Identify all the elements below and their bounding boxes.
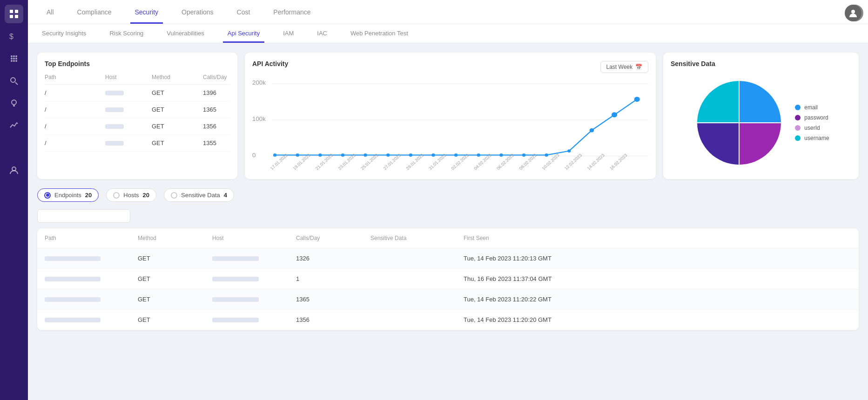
chart-icon[interactable] (5, 116, 23, 135)
subtab-risk-scoring[interactable]: Risk Scoring (105, 24, 148, 43)
svg-rect-3 (15, 15, 18, 18)
svg-point-39 (567, 149, 571, 153)
svg-text:14.02.2023: 14.02.2023 (586, 153, 606, 171)
host-bar-2 (105, 107, 124, 112)
svg-rect-2 (10, 15, 13, 18)
svg-rect-17 (13, 105, 15, 107)
row1-path-bar (45, 256, 101, 261)
endpoint-row-3[interactable]: / GET 1356 (45, 118, 230, 135)
table-row-2[interactable]: GET 1 Thu, 16 Feb 2023 11:37:04 GMT (37, 269, 859, 289)
user-settings-icon[interactable] (5, 161, 23, 180)
svg-point-27 (296, 153, 299, 157)
search-icon[interactable] (5, 72, 23, 90)
tab-security[interactable]: Security (130, 0, 163, 24)
ep-method-3: GET (152, 123, 203, 130)
svg-point-42 (634, 97, 640, 102)
filter-sensitive[interactable]: Sensitive Data 4 (164, 188, 234, 202)
svg-text:04.02.2023: 04.02.2023 (473, 153, 492, 171)
svg-text:0: 0 (252, 152, 256, 158)
api-activity-header: API Activity Last Week 📅 (252, 60, 648, 74)
ep-path-3: / (45, 123, 105, 130)
svg-point-14 (11, 78, 15, 82)
chart-svg: 200k 100k 0 (252, 79, 648, 172)
tab-performance[interactable]: Performance (269, 0, 315, 24)
last-week-label: Last Week (606, 64, 632, 70)
tab-compliance[interactable]: Compliance (73, 0, 116, 24)
pie-chart (693, 76, 786, 169)
dt-col-host: Host (212, 235, 296, 241)
endpoint-row-2[interactable]: / GET 1365 (45, 101, 230, 118)
tab-operations[interactable]: Operations (177, 0, 218, 24)
row2-host-bar (212, 277, 259, 281)
svg-point-13 (15, 60, 17, 62)
dt-col-method: Method (138, 235, 212, 241)
host-bar-4 (105, 141, 124, 146)
svg-text:200k: 200k (252, 80, 266, 86)
legend-userid: userId (795, 125, 829, 131)
legend-password: password (795, 114, 829, 121)
tab-cost[interactable]: Cost (232, 0, 255, 24)
subtab-vulnerabilities[interactable]: Vulnerabilities (162, 24, 209, 43)
svg-text:10.02.2023: 10.02.2023 (541, 153, 560, 171)
dashboard-icon[interactable] (5, 5, 23, 23)
subtab-security-insights[interactable]: Security Insights (37, 24, 91, 43)
tab-all[interactable]: All (42, 0, 59, 24)
ep-method-4: GET (152, 140, 203, 147)
endpoint-row-4[interactable]: / GET 1355 (45, 135, 230, 152)
endpoint-row-1[interactable]: / GET 1396 (45, 85, 230, 101)
subtab-iam[interactable]: IAM (278, 24, 298, 43)
col-method: Method (152, 74, 203, 80)
svg-rect-1 (15, 10, 18, 13)
subtab-web-pen-test[interactable]: Web Penetration Test (346, 24, 413, 43)
api-activity-chart: 200k 100k 0 (252, 79, 648, 172)
insights-icon[interactable] (5, 94, 23, 113)
svg-text:23.01.2023: 23.01.2023 (337, 153, 357, 171)
svg-point-12 (13, 60, 15, 62)
dt-col-path: Path (45, 235, 138, 241)
svg-point-8 (11, 58, 13, 60)
row4-first-seen: Tue, 14 Feb 2023 11:20:20 GMT (464, 316, 851, 323)
row3-method: GET (138, 296, 212, 303)
table-row-4[interactable]: GET 1356 Tue, 14 Feb 2023 11:20:20 GMT (37, 310, 859, 330)
table-row-3[interactable]: GET 1365 Tue, 14 Feb 2023 11:20:22 GMT (37, 289, 859, 310)
top-avatar[interactable] (845, 5, 861, 21)
col-calls: Calls/Day (203, 74, 240, 80)
subtab-api-security[interactable]: Api Security (223, 24, 264, 43)
svg-point-16 (12, 100, 16, 105)
table-row-1[interactable]: GET 1326 Tue, 14 Feb 2023 11:20:13 GMT (37, 248, 859, 269)
svg-point-11 (11, 60, 13, 62)
legend-email: email (795, 104, 829, 111)
filter-hosts-count: 20 (143, 192, 149, 199)
svg-point-28 (318, 153, 322, 157)
billing-icon[interactable]: $ (5, 27, 23, 46)
last-week-button[interactable]: Last Week 📅 (600, 61, 648, 73)
filter-row: Endpoints 20 Hosts 20 Sensitive Data 4 (37, 188, 859, 202)
svg-point-37 (522, 153, 525, 157)
svg-text:02.02.2023: 02.02.2023 (451, 153, 470, 171)
row2-method: GET (138, 275, 212, 282)
svg-text:21.01.2023: 21.01.2023 (315, 153, 334, 171)
search-input[interactable] (37, 209, 130, 223)
grid-icon[interactable] (5, 49, 23, 68)
subtab-iac[interactable]: IAC (312, 24, 332, 43)
svg-text:27.01.2023: 27.01.2023 (383, 153, 402, 171)
svg-text:08.02.2023: 08.02.2023 (518, 153, 538, 171)
row2-path-bar (45, 277, 101, 281)
svg-point-31 (386, 153, 390, 157)
svg-point-10 (15, 58, 17, 60)
filter-sensitive-label: Sensitive Data (181, 192, 220, 199)
top-endpoints-title: Top Endpoints (45, 60, 230, 67)
row2-calls: 1 (296, 275, 370, 282)
filter-hosts-label: Hosts (123, 192, 139, 199)
filter-endpoints[interactable]: Endpoints 20 (37, 188, 99, 202)
svg-point-18 (12, 167, 16, 171)
data-table-header: Path Method Host Calls/Day Sensitive Dat… (37, 228, 859, 248)
top-tabs: All Compliance Security Operations Cost … (37, 0, 859, 24)
filter-endpoints-count: 20 (85, 192, 92, 199)
radio-dot-sensitive (171, 192, 177, 199)
svg-point-36 (499, 153, 503, 157)
row3-path-bar (45, 297, 101, 302)
filter-hosts[interactable]: Hosts 20 (106, 188, 156, 202)
svg-point-7 (15, 55, 17, 57)
svg-point-9 (13, 58, 15, 60)
